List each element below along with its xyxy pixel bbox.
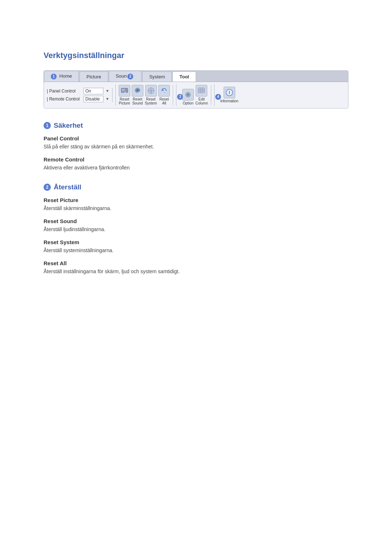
reset-picture-button[interactable]: ResetPicture [119,85,130,105]
reset-all-icon [158,85,170,97]
tab-home[interactable]: 1 Home [44,71,79,82]
reset-system-heading: Reset System [44,239,348,245]
information-button[interactable]: i Information [220,87,238,103]
remote-control-value: Disable [83,96,103,102]
remote-control-label: | Remote Control [47,97,81,102]
reset-system-label: ResetSystem [145,97,157,105]
remote-control-arrow[interactable]: ▼ [106,97,109,101]
remote-control-row: | Remote Control Disable ▼ [47,96,109,102]
page-title: Verktygsinställningar [44,51,348,60]
reset-picture-label: ResetPicture [119,97,130,105]
panel-control-row: | Panel Control On ▼ [47,88,109,94]
toolbar-section-reset: ResetPicture [119,85,173,105]
toolbar-section-info: i Information [217,87,241,103]
remote-control-text: Aktivera eller avaktivera fjärrkontrolle… [44,164,348,172]
panel-control-section: Panel Control Slå på eller stäng av skär… [44,135,348,151]
reset-all-button[interactable]: ResetAll [158,85,170,105]
tab-tool[interactable]: Tool [172,71,196,82]
panel-control-text: Slå på eller stäng av skärmen på en skär… [44,143,348,151]
toolbar-wrapper: 1 Home Picture Soun2 System Tool | Panel… [44,70,348,108]
reset-sound-text: Återställ ljudinställningarna. [44,226,348,233]
tab-system[interactable]: System [142,71,172,82]
section-2-title: Återställ [54,183,81,191]
badge-4: 4 [215,94,221,100]
option-button[interactable]: Option [182,89,194,105]
section-2-heading: 2 Återställ [44,183,348,191]
section-1-number: 1 [44,122,51,129]
reset-sound-heading: Reset Sound [44,218,348,224]
toolbar-tabs: 1 Home Picture Soun2 System Tool [44,71,348,82]
panel-control-label: | Panel Control [47,89,81,94]
remote-control-heading: Remote Control [44,156,348,163]
reset-system-section: Reset System Återställ systeminställning… [44,239,348,254]
section-1-heading: 1 Säkerhet [44,122,348,130]
reset-all-label: ResetAll [159,97,169,105]
reset-all-section: Reset All Återställ inställningarna för … [44,260,348,275]
section-2-number: 2 [44,184,51,191]
section-1-title: Säkerhet [54,122,83,130]
svg-point-12 [164,92,166,93]
toolbar-screenshot: 1 Home Picture Soun2 System Tool | Panel… [44,70,348,108]
information-label: Information [220,99,238,103]
divider-1 [115,84,116,106]
option-icon [182,89,194,100]
panel-control-arrow[interactable]: ▼ [106,89,109,93]
edit-column-icon [196,85,207,97]
page-container: Verktygsinställningar 1 Home Picture Sou… [0,0,392,310]
panel-control-value: On [83,88,103,94]
reset-sound-label: ResetSound [132,97,143,105]
reset-sound-button[interactable]: ResetSound [132,85,143,105]
svg-point-2 [126,90,127,92]
badge-3: 3 [177,94,183,100]
badge-2: 2 [127,74,133,79]
panel-control-heading: Panel Control [44,135,348,141]
badge-1: 1 [51,74,57,79]
reset-all-heading: Reset All [44,260,348,266]
reset-picture-icon [119,85,130,97]
divider-2 [176,84,176,106]
toolbar-section-security: | Panel Control On ▼ | Remote Control Di… [47,88,113,102]
tab-picture[interactable]: Picture [79,71,108,82]
svg-text:i: i [229,90,230,95]
reset-all-text: Återställ inställningarna för skärm, lju… [44,268,348,275]
svg-rect-15 [198,88,205,93]
reset-picture-section: Reset Picture Återställ skärminställning… [44,197,348,212]
toolbar-body: | Panel Control On ▼ | Remote Control Di… [44,82,348,108]
reset-sound-icon [132,85,143,97]
reset-system-text: Återställ systeminställningarna. [44,247,348,254]
reset-picture-text: Återställ skärminställningarna. [44,205,348,212]
reset-system-icon [145,85,157,97]
reset-system-button[interactable]: ResetSystem [145,85,157,105]
svg-point-6 [137,90,138,91]
svg-point-14 [187,94,189,96]
divider-3 [214,84,215,106]
edit-column-label: EditColumn [195,97,208,105]
option-label: Option [183,101,193,105]
reset-picture-heading: Reset Picture [44,197,348,203]
tab-sound[interactable]: Soun2 [109,71,142,82]
reset-sound-section: Reset Sound Återställ ljudinställningarn… [44,218,348,233]
edit-column-button[interactable]: EditColumn [195,85,208,105]
remote-control-section: Remote Control Aktivera eller avaktivera… [44,156,348,172]
toolbar-section-options: Option EditColumn [179,85,211,105]
information-icon: i [224,87,235,98]
